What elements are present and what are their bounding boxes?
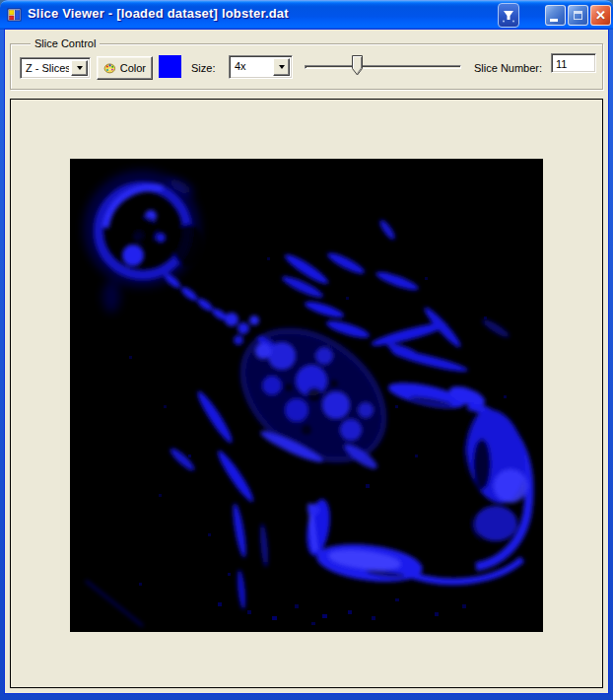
client-area: Slice Control Z - Slices (5, 30, 608, 693)
slice-control-group: Slice Control Z - Slices (10, 43, 603, 90)
chevron-down-icon (279, 65, 285, 69)
palette-icon (103, 60, 116, 76)
slider-thumb[interactable] (352, 55, 363, 76)
color-button-label: Color (120, 62, 146, 74)
app-window: Slice Viewer - [loaded dataset] lobster.… (0, 0, 613, 700)
minimize-icon (550, 19, 558, 22)
slice-slider[interactable] (303, 53, 463, 79)
window-frame: Slice Control Z - Slices (0, 30, 613, 700)
slider-track[interactable] (305, 65, 461, 69)
close-button[interactable]: ✕ (590, 5, 611, 26)
group-label: Slice Control (31, 37, 100, 49)
slice-image (70, 159, 543, 632)
size-select[interactable]: 4x (229, 55, 293, 79)
slice-number-label: Slice Number: (474, 62, 542, 74)
minimize-button[interactable] (545, 5, 566, 26)
close-icon: ✕ (595, 9, 606, 22)
title-bar[interactable]: Slice Viewer - [loaded dataset] lobster.… (0, 0, 613, 30)
funnel-icon (502, 8, 515, 24)
chevron-down-icon (77, 66, 83, 70)
axis-select[interactable]: Z - Slices (20, 57, 91, 79)
maximize-button[interactable] (568, 5, 588, 26)
current-color-swatch (159, 55, 181, 78)
input-panel-button[interactable] (498, 3, 519, 28)
size-label: Size: (191, 62, 215, 74)
size-select-dropdown-button[interactable] (273, 58, 290, 76)
maximize-icon (574, 11, 582, 20)
window-title: Slice Viewer - [loaded dataset] lobster.… (28, 6, 289, 21)
axis-select-dropdown-button[interactable] (71, 60, 88, 76)
app-icon (7, 7, 23, 23)
color-button[interactable]: Color (97, 56, 153, 80)
size-select-value: 4x (230, 56, 271, 78)
slice-number-input[interactable] (551, 53, 596, 73)
viewer-panel (10, 99, 603, 688)
axis-select-value: Z - Slices (21, 58, 69, 78)
